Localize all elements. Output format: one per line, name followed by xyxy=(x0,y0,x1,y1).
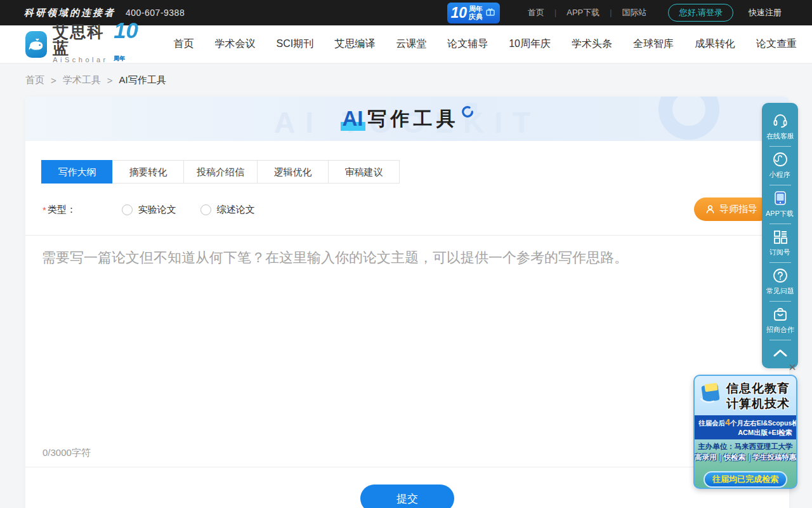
paper-type-radio-group: 实验论文 综述论文 xyxy=(122,204,255,216)
type-selector-row: * 类型： 实验论文 综述论文 导师指导 xyxy=(43,199,789,220)
page-banner: AI TOOLKIT AI 写作工具 xyxy=(25,97,789,141)
nav-item[interactable]: SCI期刊 xyxy=(277,26,314,62)
tab-abstract-conversion[interactable]: 摘要转化 xyxy=(112,160,184,184)
nav-item[interactable]: 学术头条 xyxy=(572,26,612,62)
site-slogan: 科研领域的连接者 xyxy=(24,7,115,19)
whale-logo-icon xyxy=(25,31,47,58)
radio-circle-icon[interactable] xyxy=(200,204,211,215)
phone-icon xyxy=(772,190,789,206)
sidebar-item-customer-service[interactable]: 在线客服 xyxy=(762,108,798,146)
ad-close-button[interactable]: × xyxy=(787,362,798,373)
briefcase-icon xyxy=(772,306,789,323)
nav-item[interactable]: 论文辅导 xyxy=(447,26,488,62)
anniversary-text: 周年 庆典 xyxy=(469,5,483,20)
topbar-right-group: 10 周年 庆典 首页 | APP下载 | 国际站 您好,请登录 快速注册 xyxy=(447,3,788,23)
radio-experimental-paper[interactable]: 实验论文 xyxy=(122,204,176,216)
nav-item[interactable]: 云课堂 xyxy=(396,26,426,62)
page-title: AI 写作工具 xyxy=(341,106,475,132)
hotline-phone: 400-607-9388 xyxy=(126,8,185,18)
submit-button[interactable]: 提交 xyxy=(360,485,454,508)
main-navigation-bar: 艾思科蓝 AiScholar 10周年 首页 学术会议 SCI期刊 艾思编译 云… xyxy=(0,25,812,64)
ad-organizer: 主办单位：马来西亚理工大学 xyxy=(695,442,796,451)
anniversary-logo: 10周年 xyxy=(114,19,143,70)
topbar-link-app-download[interactable]: APP下载 xyxy=(556,7,610,18)
sidebar-item-app-download[interactable]: APP下载 xyxy=(762,185,798,224)
nav-item[interactable]: 首页 xyxy=(174,26,194,62)
conference-ad-banner[interactable]: 信息化教育 计算机技术 往届会后4个月左右EI&Scopus检索 ACM出版+E… xyxy=(693,375,797,489)
tool-tabs: 写作大纲 摘要转化 投稿介绍信 逻辑优化 审稿建议 xyxy=(41,160,789,184)
nav-item[interactable]: 成果转化 xyxy=(695,26,735,62)
nav-item[interactable]: 论文查重 xyxy=(756,26,797,62)
ad-title: 信息化教育 计算机技术 xyxy=(695,376,796,411)
sidebar-item-subscription[interactable]: 订阅号 xyxy=(762,224,798,262)
type-field-label: 类型： xyxy=(48,204,76,216)
sidebar-item-mini-program[interactable]: 小程序 xyxy=(762,147,798,185)
ai-writing-tool-panel: AI TOOLKIT AI 写作工具 写作大纲 摘要转化 投稿介绍信 逻辑优化 … xyxy=(25,97,789,508)
ad-features: 高录用｜快检索｜学生投稿特惠 xyxy=(695,453,796,462)
tab-cover-letter[interactable]: 投稿介绍信 xyxy=(183,160,258,184)
floating-service-sidebar: 在线客服 小程序 APP下载 订阅号 常见问题 招商合作 xyxy=(762,103,798,368)
nav-item[interactable]: 学术会议 xyxy=(215,26,256,62)
brand-name: 艾思科蓝 AiScholar xyxy=(53,24,108,64)
miniprogram-icon xyxy=(772,151,789,168)
radio-review-paper[interactable]: 综述论文 xyxy=(200,204,255,216)
anniversary-banner-link[interactable]: 10 周年 庆典 xyxy=(447,3,501,23)
headset-icon xyxy=(772,112,789,129)
ad-cta-button[interactable]: 往届均已完成检索 xyxy=(704,471,787,488)
nav-item[interactable]: 10周年庆 xyxy=(509,26,551,62)
breadcrumb-academic-tools[interactable]: 学术工具 xyxy=(63,74,101,86)
sidebar-item-business-cooperation[interactable]: 招商合作 xyxy=(762,302,798,340)
char-counter: 0/3000字符 xyxy=(43,447,91,459)
question-icon xyxy=(772,267,789,284)
nav-menu: 首页 学术会议 SCI期刊 艾思编译 云课堂 论文辅导 10周年庆 学术头条 全… xyxy=(174,26,812,62)
breadcrumb-separator: > xyxy=(51,75,56,86)
refresh-spinner-icon xyxy=(461,105,475,121)
brand-logo[interactable]: 艾思科蓝 AiScholar 10周年 xyxy=(25,19,143,70)
radio-circle-icon[interactable] xyxy=(122,204,133,215)
tab-review-suggestions[interactable]: 审稿建议 xyxy=(328,160,400,184)
tab-writing-outline[interactable]: 写作大纲 xyxy=(41,160,113,184)
subscription-grid-icon xyxy=(772,229,789,245)
gift-icon xyxy=(486,7,495,18)
breadcrumb-current-page: AI写作工具 xyxy=(119,74,166,86)
required-asterisk: * xyxy=(43,204,46,215)
topic-editor-area: 0/3000字符 xyxy=(25,235,789,467)
person-icon xyxy=(705,204,715,214)
sidebar-item-faq[interactable]: 常见问题 xyxy=(762,263,798,301)
topbar-link-international[interactable]: 国际站 xyxy=(612,7,657,18)
nav-item[interactable]: 全球智库 xyxy=(633,26,674,62)
login-button[interactable]: 您好,请登录 xyxy=(668,4,733,22)
register-button[interactable]: 快速注册 xyxy=(742,7,788,18)
mentor-guidance-button[interactable]: 导师指导 xyxy=(694,197,771,221)
topbar-link-home[interactable]: 首页 xyxy=(518,7,554,18)
ad-index-band: 往届会后4个月左右EI&Scopus检索 ACM出版+EI检索 xyxy=(695,415,796,439)
nav-item[interactable]: 艾思编译 xyxy=(334,26,375,62)
breadcrumb-separator: > xyxy=(107,75,113,86)
chevron-up-icon xyxy=(772,347,789,359)
breadcrumb-home[interactable]: 首页 xyxy=(25,74,44,86)
tab-logic-optimization[interactable]: 逻辑优化 xyxy=(257,160,329,184)
anniversary-number: 10 xyxy=(451,4,468,22)
topic-textarea[interactable] xyxy=(25,236,789,432)
book-icon xyxy=(698,381,725,409)
submit-row: 提交 xyxy=(25,467,789,508)
